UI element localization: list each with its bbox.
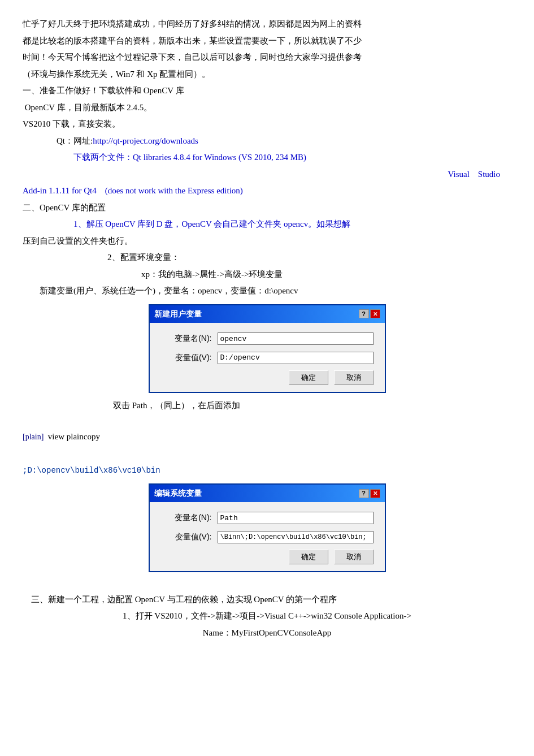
- qt-download-label: 下载两个文件：Qt libraries 4.8.4 for Windows (V…: [73, 153, 306, 162]
- step3-1-text: 1、打开 VS2010，文件->新建->项目->Visual C++->win3…: [23, 609, 511, 624]
- intro-text-3: 时间！今天写个博客把这个过程记录下来，自己以后可以参考，同时也给大家学习提供参考: [23, 50, 511, 65]
- step1-label: 1、解压 OpenCV 库到 D 盘，OpenCV 会自己建个文件夹 openc…: [73, 219, 316, 228]
- dialog1-cancel-button[interactable]: 取消: [334, 370, 374, 385]
- dialog2-cancel-button[interactable]: 取消: [334, 550, 374, 564]
- dialog2-name-input[interactable]: [218, 512, 374, 524]
- dialog1-name-label: 变量名(N):: [161, 332, 212, 345]
- dialog2-titlebar: 编辑系统变量 ? ✕: [150, 485, 385, 503]
- dialog1-name-input[interactable]: [218, 332, 374, 345]
- dialog2-body: 变量名(N): 变量值(V): 确定 取消: [150, 502, 385, 571]
- dialog1-title: 新建用户变量: [154, 308, 202, 321]
- section1-title: 一、准备工作做好！下载软件和 OpenCV 库: [23, 84, 511, 98]
- dialog2-close-button[interactable]: ✕: [370, 489, 380, 498]
- step1-link[interactable]: 如果想解: [316, 219, 350, 228]
- dialog1-ok-button[interactable]: 确定: [289, 370, 328, 385]
- qt-url-link[interactable]: http://qt-project.org/downloads: [93, 136, 198, 145]
- dialog2-help-button[interactable]: ?: [359, 489, 369, 498]
- plain-view-line: [plain] view plaincopy: [23, 430, 511, 444]
- section3-title: 三、新建一个工程，边配置 OpenCV 与工程的依赖，边实现 OpenCV 的第…: [23, 593, 511, 607]
- qt-download-text: 下载两个文件：Qt libraries 4.8.4 for Windows (V…: [73, 150, 511, 165]
- dialog1-titlebar-icons: ? ✕: [359, 309, 380, 318]
- double-click-path-text: 双击 Path，（同上），在后面添加: [113, 399, 511, 413]
- dialog2-value-row: 变量值(V):: [161, 530, 374, 544]
- step2-text: 2、配置环境变量：: [107, 250, 511, 265]
- qt-label: Qt：网址:: [57, 136, 93, 145]
- section2-title: 二、OpenCV 库的配置: [23, 201, 511, 215]
- dialog2-titlebar-icons: ? ✕: [359, 489, 380, 498]
- dialog1: 新建用户变量 ? ✕ 变量名(N): 变量值(V): 确定 取消: [149, 304, 386, 393]
- step1-text: 1、解压 OpenCV 库到 D 盘，OpenCV 会自己建个文件夹 openc…: [73, 217, 511, 232]
- dialog1-value-label: 变量值(V):: [161, 351, 212, 365]
- step2-new-var: 新建变量(用户、系统任选一个)，变量名：opencv，变量值：d:\opencv: [40, 284, 511, 299]
- opencv-version: OpenCV 库，目前最新版本 2.4.5。: [23, 101, 511, 115]
- dialog2-name-row: 变量名(N):: [161, 511, 374, 525]
- dialog2-value-label: 变量值(V):: [161, 530, 212, 544]
- qt-addon-line: Add-in 1.1.11 for Qt4 (does not work wit…: [23, 184, 511, 198]
- vs2010-text: VS2010 下载，直接安装。: [23, 117, 511, 132]
- step3-name: Name：MyFirstOpenCVConsoleApp: [23, 626, 511, 641]
- intro-text-4: （环境与操作系统无关，Win7 和 Xp 配置相同）。: [23, 67, 511, 82]
- qt-addon-text: Visual Studio: [448, 170, 500, 179]
- dialog2-ok-button[interactable]: 确定: [289, 550, 328, 564]
- dialog1-help-button[interactable]: ?: [359, 309, 369, 318]
- dialog1-wrapper: 新建用户变量 ? ✕ 变量名(N): 变量值(V): 确定 取消: [23, 304, 511, 393]
- dialog2: 编辑系统变量 ? ✕ 变量名(N): 变量值(V): 确定 取消: [149, 483, 386, 572]
- dialog2-name-label: 变量名(N):: [161, 511, 212, 525]
- code-path-text: ;D:\opencv\build\x86\vc10\bin: [23, 464, 511, 478]
- dialog2-value-input[interactable]: [218, 531, 374, 543]
- step2-xp: xp：我的电脑->属性->高级->环境变量: [141, 267, 511, 282]
- dialog1-body: 变量名(N): 变量值(V): 确定 取消: [150, 323, 385, 392]
- intro-text-2: 都是比较老的版本搭建平台的资料，新版本出来，某些设置需要改一下，所以就耽误了不少: [23, 34, 511, 49]
- qt-addon-visual-studio: Visual Studio: [23, 167, 500, 182]
- dialog2-buttons: 确定 取消: [161, 550, 374, 564]
- page-content: 忙乎了好几天终于把环境搭建成功，中间经历了好多纠结的情况，原因都是因为网上的资料…: [23, 17, 511, 640]
- dialog1-close-button[interactable]: ✕: [370, 309, 380, 318]
- dialog2-wrapper: 编辑系统变量 ? ✕ 变量名(N): 变量值(V): 确定 取消: [23, 483, 511, 572]
- plain-tag[interactable]: [plain]: [23, 433, 44, 441]
- intro-text: 忙乎了好几天终于把环境搭建成功，中间经历了好多纠结的情况，原因都是因为网上的资料: [23, 17, 511, 32]
- dialog1-buttons: 确定 取消: [161, 370, 374, 385]
- qt-info: Qt：网址:http://qt-project.org/downloads: [57, 134, 511, 149]
- dialog1-value-input[interactable]: [218, 352, 374, 364]
- dialog1-value-row: 变量值(V):: [161, 351, 374, 365]
- step1-cont: 压到自己设置的文件夹也行。: [23, 234, 511, 249]
- dialog1-name-row: 变量名(N):: [161, 332, 374, 345]
- dialog1-titlebar: 新建用户变量 ? ✕: [150, 305, 385, 323]
- qt-addon-full: Add-in 1.1.11 for Qt4 (does not work wit…: [23, 186, 243, 195]
- view-plaincopy: view plaincopy: [46, 432, 100, 441]
- dialog2-title: 编辑系统变量: [154, 487, 202, 500]
